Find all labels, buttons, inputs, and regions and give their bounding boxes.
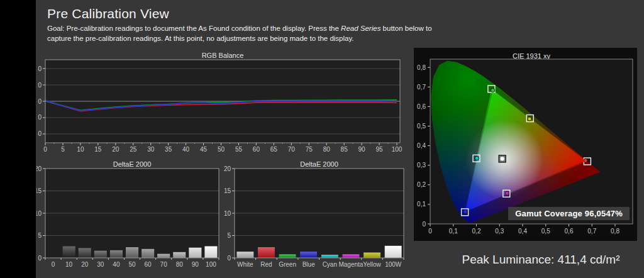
- svg-text:0,4: 0,4: [417, 142, 426, 149]
- svg-text:100: 100: [392, 146, 402, 153]
- svg-text:30: 30: [97, 261, 104, 268]
- deltae-grayscale-chart: DeltaE 2000 0510152001020304050607080901…: [36, 160, 225, 272]
- deltae-bar-Red: [258, 247, 275, 258]
- svg-text:-40: -40: [38, 130, 42, 137]
- svg-text:Red: Red: [260, 261, 272, 268]
- svg-text:60: 60: [253, 146, 260, 153]
- svg-text:45: 45: [200, 146, 208, 153]
- svg-text:20: 20: [224, 165, 231, 172]
- svg-text:10: 10: [36, 210, 42, 217]
- deltae-bar-60: [142, 249, 154, 258]
- svg-text:0,2: 0,2: [472, 228, 481, 235]
- svg-text:40: 40: [113, 261, 120, 268]
- deltae-bar-Cyan: [321, 255, 338, 258]
- goal-text-part1: Goal: Pre-calibration readings to docume…: [47, 25, 341, 32]
- svg-text:0,6: 0,6: [565, 228, 574, 235]
- svg-text:100: 100: [206, 261, 216, 268]
- svg-text:Yellow: Yellow: [363, 261, 381, 268]
- svg-text:Blue: Blue: [303, 261, 315, 268]
- svg-text:80: 80: [323, 146, 331, 153]
- svg-text:0,1: 0,1: [417, 201, 426, 208]
- svg-text:0: 0: [43, 146, 47, 153]
- svg-text:95: 95: [375, 146, 383, 153]
- cie-measured-green: [491, 88, 494, 92]
- svg-text:5: 5: [38, 232, 42, 239]
- cie-measured-magenta: [505, 191, 509, 195]
- cie-measured-white: [501, 157, 504, 160]
- svg-text:35: 35: [165, 146, 172, 153]
- svg-text:50: 50: [128, 261, 136, 268]
- svg-text:0: 0: [428, 228, 432, 235]
- svg-text:20: 20: [81, 261, 89, 268]
- svg-text:50: 50: [218, 146, 225, 153]
- svg-text:40: 40: [182, 146, 190, 153]
- svg-text:90: 90: [358, 146, 366, 153]
- svg-text:0,8: 0,8: [417, 64, 426, 71]
- deltae-grayscale-plot: 051015200102030405060708090100: [36, 160, 225, 272]
- svg-text:20: 20: [38, 82, 42, 89]
- svg-text:15: 15: [36, 187, 42, 194]
- svg-text:-20: -20: [38, 114, 42, 121]
- rgb-balance-plot: 40200-20-4005101520253035404550556065707…: [38, 52, 410, 156]
- svg-text:0,1: 0,1: [449, 228, 458, 235]
- deltae-bar-Green: [279, 254, 296, 258]
- svg-text:15: 15: [94, 146, 102, 153]
- svg-text:Magenta: Magenta: [338, 261, 363, 268]
- page-header: Pre Calibration View Goal: Pre-calibrati…: [47, 6, 450, 43]
- svg-text:5: 5: [61, 146, 65, 153]
- svg-text:30: 30: [147, 146, 155, 153]
- svg-text:80: 80: [176, 261, 184, 268]
- deltae-bar-70: [157, 254, 170, 258]
- svg-text:25: 25: [130, 146, 137, 153]
- deltae-bar-White: [236, 252, 253, 258]
- svg-text:0,8: 0,8: [611, 228, 619, 235]
- svg-text:70: 70: [288, 146, 296, 153]
- svg-text:0: 0: [227, 255, 231, 262]
- gamut-coverage-badge: Gamut Coverage 96,0547%: [508, 207, 630, 220]
- cie-measured-cyan: [475, 156, 479, 160]
- rgb-balance-chart: RGB Balance 40200-20-4005101520253035404…: [38, 52, 410, 156]
- cie-1931-chart: CIE 1931 xy 00,10,20,30,40,50,60,70,800,…: [414, 48, 637, 241]
- svg-text:70: 70: [160, 261, 168, 268]
- svg-text:0,6: 0,6: [417, 103, 426, 110]
- svg-text:10: 10: [224, 210, 231, 217]
- svg-text:75: 75: [306, 146, 313, 153]
- goal-text: Goal: Pre-calibration readings to docume…: [47, 24, 440, 43]
- svg-text:0,2: 0,2: [417, 181, 426, 188]
- cie-measured-blue: [464, 209, 467, 213]
- svg-text:White: White: [237, 261, 253, 268]
- svg-text:0,7: 0,7: [587, 228, 596, 235]
- svg-text:65: 65: [270, 146, 278, 153]
- svg-text:Green: Green: [279, 261, 296, 268]
- svg-text:0,3: 0,3: [417, 162, 426, 169]
- deltae-bar-30: [94, 251, 107, 258]
- deltae-bar-Yellow: [364, 253, 380, 259]
- goal-read-series-label: Read Series: [341, 25, 380, 32]
- svg-text:100W: 100W: [385, 261, 402, 268]
- deltae-bar-90: [189, 248, 201, 258]
- left-black-strip: [0, 0, 36, 278]
- deltae-bar-40: [110, 250, 123, 258]
- svg-text:0,7: 0,7: [417, 84, 426, 91]
- svg-text:0,5: 0,5: [417, 123, 426, 130]
- svg-text:0: 0: [38, 98, 42, 105]
- svg-text:90: 90: [192, 261, 199, 268]
- deltae-colors-chart: DeltaE 2000 05101520WhiteRedGreenBlueCya…: [224, 160, 410, 272]
- svg-text:60: 60: [145, 261, 152, 268]
- svg-text:55: 55: [235, 146, 243, 153]
- svg-text:20: 20: [112, 146, 119, 153]
- svg-text:10: 10: [65, 261, 73, 268]
- svg-text:85: 85: [341, 146, 348, 153]
- deltae-bar-Magenta: [343, 254, 360, 258]
- deltae-bar-Blue: [300, 252, 317, 258]
- deltae-colors-plot: 05101520WhiteRedGreenBlueCyanMagentaYell…: [224, 160, 410, 272]
- deltae-bar-80: [173, 252, 186, 258]
- svg-text:0: 0: [422, 221, 426, 228]
- svg-text:20: 20: [36, 165, 42, 172]
- cie-measured-yellow: [528, 117, 531, 121]
- peak-luminance-readout: Peak Luminance: 411,4 cd/m²: [434, 253, 644, 267]
- page-title: Pre Calibration View: [47, 6, 450, 21]
- deltae-bar-10: [63, 247, 75, 259]
- deltae-bar-20: [79, 248, 91, 258]
- deltae-bar-100: [204, 247, 217, 259]
